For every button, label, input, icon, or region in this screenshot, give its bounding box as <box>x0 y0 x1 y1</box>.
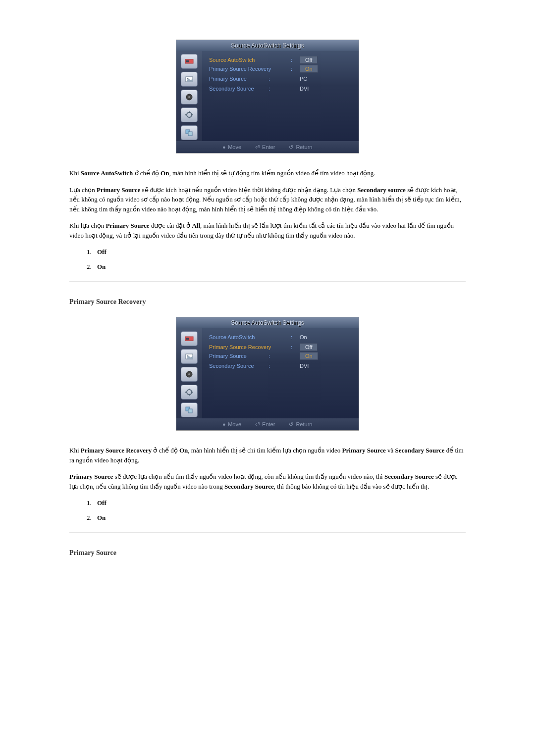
multi-icon <box>181 125 198 140</box>
bold-text: Source AutoSwitch <box>81 169 133 177</box>
return-icon: ↺ <box>289 420 293 429</box>
svg-point-5 <box>188 96 190 98</box>
osd-menu: Source AutoSwitch : Off On Primary Sourc… <box>202 51 359 141</box>
footer-label: Return <box>296 143 312 151</box>
footer-label: Move <box>228 143 241 151</box>
bold-text: Secondary source <box>357 186 406 194</box>
bold-text: All <box>192 222 200 229</box>
colon: : <box>268 85 300 93</box>
osd-sidebar <box>176 328 202 418</box>
colon: : <box>291 343 300 352</box>
osd-screenshot-2: Source AutoSwitch Settings Source AutoSw… <box>176 317 359 431</box>
heading-primary-source-recovery: Primary Source Recovery <box>69 297 466 307</box>
option-on: On <box>93 262 466 272</box>
options-list-2: Off On <box>93 498 466 522</box>
bold-text: Primary Source <box>106 222 149 229</box>
svg-rect-10 <box>192 114 193 115</box>
footer-move: ♦Move <box>223 420 242 429</box>
text: Khi lựa chọn <box>69 222 106 229</box>
picture-icon <box>181 349 198 364</box>
osd-sidebar <box>176 51 202 141</box>
bold-text: Secondary Source <box>384 473 434 480</box>
menu-row-primary: Primary Source : <box>209 351 352 361</box>
menu-label: Secondary Source <box>209 362 268 370</box>
footer-return: ↺Return <box>289 420 312 429</box>
svg-rect-22 <box>185 392 187 393</box>
svg-rect-12 <box>188 132 192 136</box>
svg-rect-23 <box>192 392 193 393</box>
menu-label: Primary Source Recovery <box>209 343 291 352</box>
text: , màn hình hiển thị sẽ chi tìm kiếm lựa … <box>188 447 342 454</box>
footer-move: ♦Move <box>223 143 242 151</box>
svg-rect-21 <box>189 394 190 396</box>
osd-screenshot-1: Source AutoSwitch Settings Source AutoSw… <box>176 40 359 153</box>
footer-enter: ⏎Enter <box>255 143 275 151</box>
separator <box>69 281 466 282</box>
menu-value-off: Off <box>300 343 318 351</box>
menu-value: DVI <box>300 362 309 370</box>
text: và <box>386 447 395 454</box>
colon: : <box>291 333 300 342</box>
heading-primary-source: Primary Source <box>69 548 466 558</box>
paragraph-1: Khi Source AutoSwitch ở chế độ On, màn h… <box>69 168 466 178</box>
option-off: Off <box>93 247 466 257</box>
osd-footer: ♦Move ⏎Enter ↺Return <box>176 141 359 153</box>
text: Khi <box>69 169 81 177</box>
option-label: On <box>97 263 106 270</box>
colon: : <box>291 65 300 73</box>
menu-label: Source AutoSwitch <box>209 56 291 64</box>
option-label: Off <box>97 248 107 255</box>
return-icon: ↺ <box>289 143 293 151</box>
options-list-1: Off On <box>93 247 466 271</box>
input-icon <box>181 54 198 69</box>
menu-row-autoswitch: Source AutoSwitch : Off <box>209 55 352 65</box>
enter-icon: ⏎ <box>255 420 260 429</box>
menu-value: PC <box>300 75 307 83</box>
paragraph-5: Primary Source sẽ được lựa chọn nếu tìm … <box>69 472 466 491</box>
text: ở chế độ <box>152 447 179 454</box>
paragraph-2: Lựa chọn Primary Source sẽ được kích hoạ… <box>69 185 466 214</box>
footer-label: Move <box>228 420 241 429</box>
menu-value-off: Off <box>300 56 318 64</box>
text: , thì thông báo không có tín hiệu đầu và… <box>274 483 429 490</box>
footer-return: ↺Return <box>289 143 312 151</box>
svg-rect-25 <box>188 409 192 413</box>
menu-label: Secondary Source <box>209 85 268 93</box>
text: sẽ được lựa chọn nếu tìm thấy nguồn vide… <box>113 473 384 480</box>
footer-enter: ⏎Enter <box>255 420 275 429</box>
bold-text: Primary Source <box>342 447 386 454</box>
menu-value-on: On <box>300 65 318 73</box>
svg-rect-9 <box>185 114 187 115</box>
menu-label: Primary Source <box>209 352 268 360</box>
text: , màn hình hiển thị sẽ tự động tìm kiếm … <box>169 169 375 177</box>
paragraph-4: Khi Primary Source Recovery ở chế độ On,… <box>69 446 466 465</box>
osd-body: Source AutoSwitch : On Primary Source Re… <box>176 328 359 418</box>
menu-label: Primary Source <box>209 75 268 83</box>
svg-rect-7 <box>189 111 190 113</box>
picture-icon <box>181 72 198 87</box>
paragraph-3: Khi lựa chọn Primary Source được cài đặt… <box>69 221 466 240</box>
option-label: Off <box>97 499 107 506</box>
svg-rect-1 <box>186 60 189 62</box>
svg-point-6 <box>187 112 192 117</box>
input-icon <box>181 331 198 346</box>
text: Khi <box>69 447 81 454</box>
menu-label: Primary Source Recovery <box>209 65 291 73</box>
option-off: Off <box>93 498 466 508</box>
sound-icon <box>181 90 198 104</box>
menu-value-on: On <box>300 352 318 360</box>
menu-label: Source AutoSwitch <box>209 333 291 342</box>
osd-body: Source AutoSwitch : Off On Primary Sourc… <box>176 51 359 141</box>
colon: : <box>268 75 300 83</box>
svg-rect-20 <box>189 389 190 390</box>
setup-icon <box>181 385 198 400</box>
bold-text: On <box>179 447 188 454</box>
osd-title: Source AutoSwitch Settings <box>176 317 359 328</box>
menu-value: On <box>300 333 307 342</box>
text: được cài đặt ở <box>150 222 192 229</box>
bold-text: Primary Source Recovery <box>81 447 152 454</box>
separator <box>69 532 466 533</box>
colon: : <box>268 352 277 360</box>
menu-row-recovery: Primary Source Recovery : <box>209 64 352 74</box>
footer-label: Return <box>296 420 312 429</box>
